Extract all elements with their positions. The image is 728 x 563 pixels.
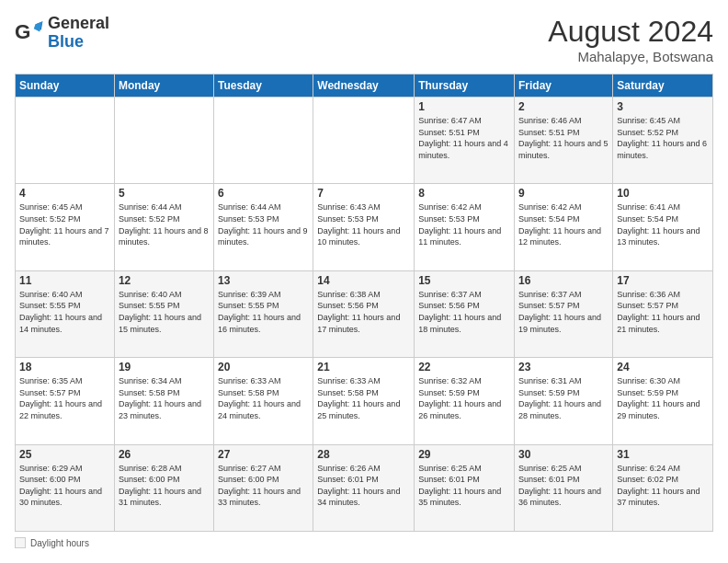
day-number: 1 [418, 100, 510, 113]
day-info: Sunrise: 6:32 AMSunset: 5:59 PMDaylight:… [418, 375, 510, 421]
day-info: Sunrise: 6:42 AMSunset: 5:54 PMDaylight:… [518, 201, 609, 247]
day-info: Sunrise: 6:45 AMSunset: 5:52 PMDaylight:… [19, 201, 110, 247]
day-info: Sunrise: 6:40 AMSunset: 5:55 PMDaylight:… [119, 289, 210, 335]
day-number: 17 [617, 274, 709, 287]
day-number: 4 [19, 187, 110, 200]
calendar-cell: 4Sunrise: 6:45 AMSunset: 5:52 PMDaylight… [16, 184, 115, 270]
logo-text: General Blue [48, 15, 109, 52]
location: Mahalapye, Botswana [548, 49, 713, 64]
calendar-cell [114, 98, 213, 184]
day-info: Sunrise: 6:37 AMSunset: 5:57 PMDaylight:… [518, 289, 609, 335]
day-number: 12 [119, 274, 210, 287]
day-info: Sunrise: 6:35 AMSunset: 5:57 PMDaylight:… [19, 375, 110, 421]
day-info: Sunrise: 6:44 AMSunset: 5:52 PMDaylight:… [119, 201, 210, 247]
day-number: 9 [518, 187, 609, 200]
calendar-cell: 25Sunrise: 6:29 AMSunset: 6:00 PMDayligh… [16, 444, 115, 531]
day-info: Sunrise: 6:25 AMSunset: 6:01 PMDaylight:… [518, 463, 609, 509]
day-number: 22 [418, 361, 510, 373]
svg-text:G: G [15, 20, 30, 43]
calendar-cell: 16Sunrise: 6:37 AMSunset: 5:57 PMDayligh… [515, 270, 613, 357]
day-number: 30 [518, 448, 609, 461]
legend-box [15, 537, 26, 548]
month-year: August 2024 [548, 15, 713, 49]
calendar-cell: 3Sunrise: 6:45 AMSunset: 5:52 PMDaylight… [613, 98, 713, 184]
calendar-week-2: 4Sunrise: 6:45 AMSunset: 5:52 PMDaylight… [16, 184, 713, 270]
day-number: 27 [218, 448, 309, 461]
day-number: 29 [418, 448, 510, 461]
calendar-cell: 5Sunrise: 6:44 AMSunset: 5:52 PMDaylight… [114, 184, 213, 270]
day-info: Sunrise: 6:25 AMSunset: 6:01 PMDaylight:… [418, 463, 510, 509]
calendar-cell: 2Sunrise: 6:46 AMSunset: 5:51 PMDaylight… [515, 98, 613, 184]
day-number: 7 [317, 187, 410, 200]
calendar-cell: 22Sunrise: 6:32 AMSunset: 5:59 PMDayligh… [415, 358, 515, 444]
day-number: 8 [418, 187, 510, 200]
calendar-cell: 26Sunrise: 6:28 AMSunset: 6:00 PMDayligh… [114, 444, 213, 531]
day-info: Sunrise: 6:40 AMSunset: 5:55 PMDaylight:… [19, 289, 110, 335]
col-wednesday: Wednesday [313, 75, 415, 98]
calendar-cell: 29Sunrise: 6:25 AMSunset: 6:01 PMDayligh… [415, 444, 515, 531]
title-block: August 2024 Mahalapye, Botswana [548, 15, 713, 64]
col-monday: Monday [114, 75, 213, 98]
day-number: 6 [218, 187, 309, 200]
day-info: Sunrise: 6:47 AMSunset: 5:51 PMDaylight:… [418, 115, 510, 161]
day-info: Sunrise: 6:42 AMSunset: 5:53 PMDaylight:… [418, 201, 510, 247]
logo-blue-text: Blue [48, 33, 109, 52]
day-info: Sunrise: 6:34 AMSunset: 5:58 PMDaylight:… [119, 375, 210, 421]
calendar-cell: 7Sunrise: 6:43 AMSunset: 5:53 PMDaylight… [313, 184, 415, 270]
calendar-cell: 9Sunrise: 6:42 AMSunset: 5:54 PMDaylight… [515, 184, 613, 270]
calendar-cell: 18Sunrise: 6:35 AMSunset: 5:57 PMDayligh… [16, 358, 115, 444]
day-info: Sunrise: 6:28 AMSunset: 6:00 PMDaylight:… [119, 463, 210, 509]
day-number: 13 [218, 274, 309, 287]
calendar-week-1: 1Sunrise: 6:47 AMSunset: 5:51 PMDaylight… [16, 98, 713, 184]
col-sunday: Sunday [16, 75, 115, 98]
day-number: 24 [617, 361, 709, 373]
day-info: Sunrise: 6:38 AMSunset: 5:56 PMDaylight:… [317, 289, 410, 335]
day-number: 3 [617, 100, 709, 113]
calendar-cell: 10Sunrise: 6:41 AMSunset: 5:54 PMDayligh… [613, 184, 713, 270]
day-info: Sunrise: 6:46 AMSunset: 5:51 PMDaylight:… [518, 115, 609, 161]
day-number: 31 [617, 448, 709, 461]
calendar-week-4: 18Sunrise: 6:35 AMSunset: 5:57 PMDayligh… [16, 358, 713, 444]
col-saturday: Saturday [613, 75, 713, 98]
day-number: 20 [218, 361, 309, 373]
day-number: 19 [119, 361, 210, 373]
day-number: 18 [19, 361, 110, 373]
day-info: Sunrise: 6:37 AMSunset: 5:56 PMDaylight:… [418, 289, 510, 335]
day-number: 5 [119, 187, 210, 200]
day-number: 21 [317, 361, 410, 373]
day-number: 10 [617, 187, 709, 200]
day-info: Sunrise: 6:31 AMSunset: 5:59 PMDaylight:… [518, 375, 609, 421]
day-info: Sunrise: 6:26 AMSunset: 6:01 PMDaylight:… [317, 463, 410, 509]
day-number: 28 [317, 448, 410, 461]
day-info: Sunrise: 6:27 AMSunset: 6:00 PMDaylight:… [218, 463, 309, 509]
day-info: Sunrise: 6:30 AMSunset: 5:59 PMDaylight:… [617, 375, 709, 421]
calendar-cell: 11Sunrise: 6:40 AMSunset: 5:55 PMDayligh… [16, 270, 115, 357]
calendar-cell: 14Sunrise: 6:38 AMSunset: 5:56 PMDayligh… [313, 270, 415, 357]
day-number: 11 [19, 274, 110, 287]
calendar-cell: 21Sunrise: 6:33 AMSunset: 5:58 PMDayligh… [313, 358, 415, 444]
calendar-cell: 1Sunrise: 6:47 AMSunset: 5:51 PMDaylight… [415, 98, 515, 184]
col-friday: Friday [515, 75, 613, 98]
header: G General Blue August 2024 Mahalapye, Bo… [15, 15, 713, 64]
calendar-cell: 6Sunrise: 6:44 AMSunset: 5:53 PMDaylight… [214, 184, 313, 270]
calendar-cell: 8Sunrise: 6:42 AMSunset: 5:53 PMDaylight… [415, 184, 515, 270]
logo-icon: G [15, 18, 44, 48]
day-info: Sunrise: 6:39 AMSunset: 5:55 PMDaylight:… [218, 289, 309, 335]
day-info: Sunrise: 6:33 AMSunset: 5:58 PMDaylight:… [218, 375, 309, 421]
day-number: 23 [518, 361, 609, 373]
calendar-week-5: 25Sunrise: 6:29 AMSunset: 6:00 PMDayligh… [16, 444, 713, 531]
calendar-cell: 28Sunrise: 6:26 AMSunset: 6:01 PMDayligh… [313, 444, 415, 531]
calendar-cell: 27Sunrise: 6:27 AMSunset: 6:00 PMDayligh… [214, 444, 313, 531]
day-info: Sunrise: 6:44 AMSunset: 5:53 PMDaylight:… [218, 201, 309, 247]
calendar-cell: 15Sunrise: 6:37 AMSunset: 5:56 PMDayligh… [415, 270, 515, 357]
calendar-cell [313, 98, 415, 184]
calendar-cell: 30Sunrise: 6:25 AMSunset: 6:01 PMDayligh… [515, 444, 613, 531]
day-number: 15 [418, 274, 510, 287]
col-thursday: Thursday [415, 75, 515, 98]
day-info: Sunrise: 6:29 AMSunset: 6:00 PMDaylight:… [19, 463, 110, 509]
calendar-cell: 23Sunrise: 6:31 AMSunset: 5:59 PMDayligh… [515, 358, 613, 444]
logo-general-text: General [48, 15, 109, 33]
page: G General Blue August 2024 Mahalapye, Bo… [0, 0, 728, 563]
day-info: Sunrise: 6:43 AMSunset: 5:53 PMDaylight:… [317, 201, 410, 247]
day-info: Sunrise: 6:24 AMSunset: 6:02 PMDaylight:… [617, 463, 709, 509]
